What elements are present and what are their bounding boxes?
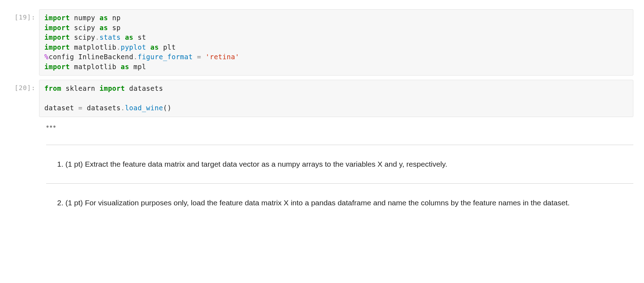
code-cell-20[interactable]: [20]: from sklearn import datasets datas… [0,78,644,119]
prompt-label: [19]: [0,9,39,76]
prompt-label: [20]: [0,80,39,117]
horizontal-rule [46,183,633,184]
code-content[interactable]: from sklearn import datasets dataset = d… [44,84,628,113]
code-input-area[interactable]: import numpy as np import scipy as sp im… [39,9,633,76]
markdown-cell-q2[interactable]: 2. (1 pt) For visualization purposes onl… [0,189,644,217]
horizontal-rule [46,145,633,145]
collapsed-cell-indicator[interactable]: ••• [0,119,644,140]
markdown-text: 2. (1 pt) For visualization purposes onl… [55,197,570,209]
ellipsis-icon[interactable]: ••• [46,122,56,131]
jupyter-notebook: [19]: import numpy as np import scipy as… [0,0,644,224]
code-cell-19[interactable]: [19]: import numpy as np import scipy as… [0,7,644,78]
markdown-text: 1. (1 pt) Extract the feature data matri… [55,159,447,170]
code-input-area[interactable]: from sklearn import datasets dataset = d… [39,80,633,117]
code-content[interactable]: import numpy as np import scipy as sp im… [44,13,628,72]
markdown-cell-q1[interactable]: 1. (1 pt) Extract the feature data matri… [0,150,644,179]
